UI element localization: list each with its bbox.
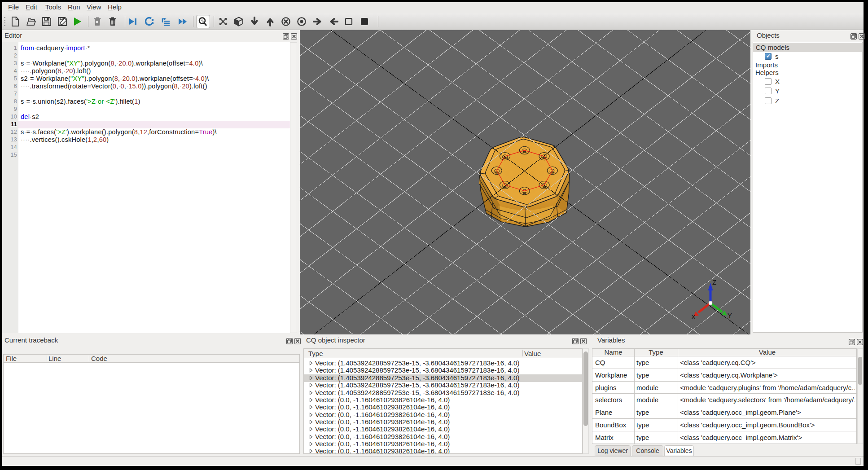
svg-text:X: X [691, 313, 696, 321]
svg-text:Z: Z [712, 278, 716, 286]
svg-text:Y: Y [728, 312, 732, 319]
